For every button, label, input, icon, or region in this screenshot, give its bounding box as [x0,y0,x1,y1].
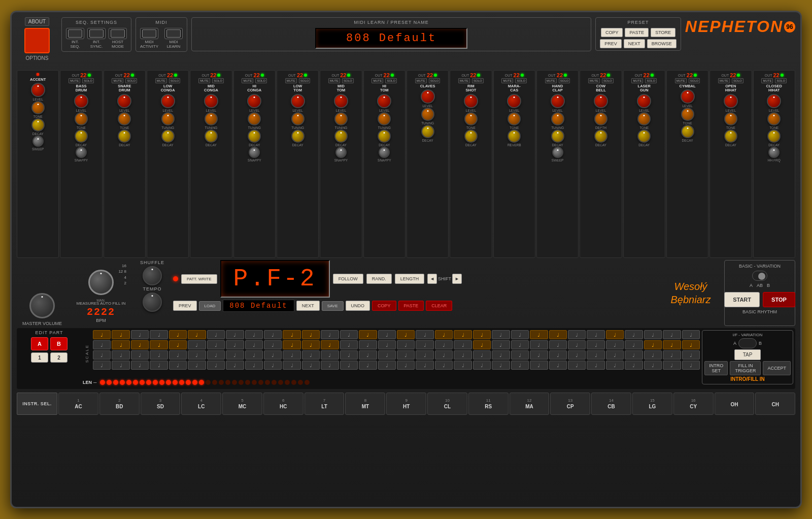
solo-btn-hi-conga[interactable]: SOLO [255,78,267,83]
inst-label-btn-HT[interactable]: 9 HT [386,393,426,415]
int-seq-button[interactable] [66,28,84,39]
step-btn-row2-14[interactable]: ♩ [359,350,377,360]
step-btn-row0-22[interactable]: ♩ [511,330,529,339]
knob-low-conga-decay[interactable] [161,129,175,143]
step-btn-row3-0[interactable]: ♩ [93,361,111,370]
about-button[interactable]: ABOUT [25,17,49,26]
part-a-button[interactable]: A [31,337,48,350]
step-btn-row3-1[interactable]: ♩ [112,361,129,370]
tempo-knob[interactable] [143,293,162,312]
step-btn-row1-11[interactable]: ♩ [302,340,320,349]
part-1-button[interactable]: 1 [31,352,48,363]
step-btn-row2-18[interactable]: ♩ [435,350,453,360]
step-btn-row1-17[interactable]: ♩ [416,340,433,349]
len-dot-20[interactable] [232,380,237,385]
inst-label-btn-AC[interactable]: 1 AC [58,393,98,415]
step-btn-row1-31[interactable]: ♩ [682,340,700,349]
len-dot-31[interactable] [304,380,310,385]
knob-cow-bell-decay[interactable] [594,129,607,143]
solo-btn-snare-drum[interactable]: SOLO [125,78,137,83]
knob-rim-shot-decay[interactable] [464,129,478,143]
mute-btn-hi-conga[interactable]: MUTE [242,78,253,83]
len-dot-18[interactable] [219,380,224,385]
step-btn-row1-0[interactable]: ♩ [93,340,111,349]
measures-knob[interactable] [88,270,114,295]
step-btn-row0-7[interactable]: ♩ [226,330,244,339]
knob-hi-conga-tuning[interactable] [248,112,261,125]
mute-btn-cymbal[interactable]: MUTE [675,78,687,83]
knob-low-conga-level[interactable] [161,94,175,108]
preset-copy-button[interactable]: COPY [601,28,623,37]
step-btn-row2-3[interactable]: ♩ [150,350,167,360]
step-btn-row1-27[interactable]: ♩ [606,340,624,349]
step-btn-row0-19[interactable]: ♩ [454,330,471,339]
part-b-button[interactable]: B [50,337,67,350]
len-dot-7[interactable] [146,380,151,385]
solo-btn-mid-conga[interactable]: SOLO [212,78,224,83]
step-btn-row2-13[interactable]: ♩ [340,350,358,360]
step-btn-row3-14[interactable]: ♩ [359,361,377,370]
step-btn-row1-28[interactable]: ♩ [625,340,642,349]
knob-low-tom-tuning[interactable] [291,112,304,125]
len-dot-27[interactable] [278,380,283,385]
len-dot-15[interactable] [199,380,204,385]
step-btn-row3-24[interactable]: ♩ [549,361,567,370]
step-btn-row0-1[interactable]: ♩ [112,330,129,339]
step-btn-row3-20[interactable]: ♩ [473,361,491,370]
len-dot-6[interactable] [140,380,145,385]
preset-next-button[interactable]: NEXT [624,39,645,48]
step-btn-row2-19[interactable]: ♩ [454,350,471,360]
inst-label-btn-HC[interactable]: 6 HC [263,393,303,415]
len-dot-0[interactable] [100,380,105,385]
knob-maracas-tone[interactable] [507,112,521,125]
mute-btn-rim-shot[interactable]: MUTE [458,78,470,83]
len-dot-13[interactable] [186,380,191,385]
inst-label-btn-LG[interactable]: 15 LG [632,393,672,415]
knob-hi-conga-decay[interactable] [248,129,261,143]
mute-btn-hand-clap[interactable]: MUTE [545,78,557,83]
step-btn-row1-2[interactable]: ♩ [131,340,149,349]
step-btn-row1-3[interactable]: ♩ [150,340,167,349]
knob-cow-bell-level[interactable] [594,94,608,108]
len-dot-19[interactable] [225,380,230,385]
knob-hand-clap-level[interactable] [551,94,565,108]
mute-btn-laser-gun[interactable]: MUTE [631,78,643,83]
solo-btn-cow-bell[interactable]: SOLO [602,78,614,83]
step-btn-row3-22[interactable]: ♩ [511,361,529,370]
step-btn-row1-4[interactable]: ♩ [169,340,187,349]
mute-btn-hi-tom[interactable]: MUTE [371,78,383,83]
step-btn-row3-23[interactable]: ♩ [530,361,548,370]
inst-label-btn-OH[interactable]: OH [715,393,755,415]
step-btn-row2-1[interactable]: ♩ [112,350,129,360]
knob-hand-clap-tuning[interactable] [551,112,564,125]
solo-btn-low-conga[interactable]: SOLO [169,78,181,83]
midi-learn-button[interactable] [164,28,183,39]
step-btn-row3-21[interactable]: ♩ [492,361,510,370]
step-btn-row0-11[interactable]: ♩ [302,330,320,339]
knob-snare-drum-tone[interactable] [118,112,131,125]
len-dot-22[interactable] [245,380,250,385]
knob-mid-conga-decay[interactable] [205,129,218,143]
clear-button[interactable]: CLEAR [426,301,452,311]
knob-laser-gun-level[interactable] [637,94,651,108]
step-btn-row3-16[interactable]: ♩ [397,361,415,370]
len-dot-2[interactable] [113,380,118,385]
fill-trigger-button[interactable]: FILL IN TRIGGER [730,361,761,375]
start-button[interactable]: START [724,292,760,307]
step-btn-row1-16[interactable]: ♩ [397,340,415,349]
len-dot-3[interactable] [120,380,125,385]
step-btn-row0-3[interactable]: ♩ [150,330,167,339]
step-btn-row1-13[interactable]: ♩ [340,340,358,349]
solo-btn-claves[interactable]: SOLO [429,78,441,83]
knob-laser-gun-decay[interactable] [637,129,651,143]
solo-btn-hand-clap[interactable]: SOLO [559,78,570,83]
length-button[interactable]: LENGTH [395,274,425,284]
inst-label-btn-LT[interactable]: 7 LT [304,393,345,415]
step-btn-row0-20[interactable]: ♩ [473,330,491,339]
stop-button[interactable]: STOP [763,292,795,307]
step-btn-row0-14[interactable]: ♩ [359,330,377,339]
knob-open-hihat-level[interactable] [724,94,738,108]
mute-btn-low-conga[interactable]: MUTE [155,78,167,83]
step-btn-row1-10[interactable]: ♩ [283,340,300,349]
step-btn-row1-7[interactable]: ♩ [226,340,244,349]
